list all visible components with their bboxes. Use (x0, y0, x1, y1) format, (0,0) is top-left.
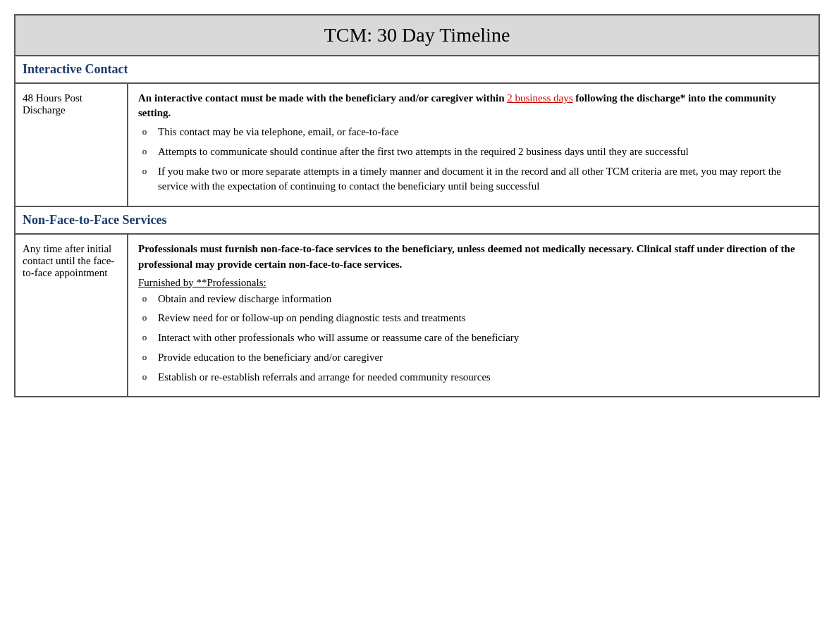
interactive-contact-intro: An interactive contact must be made with… (138, 91, 809, 120)
page-wrapper: TCM: 30 Day Timeline Interactive Contact… (0, 0, 834, 411)
bullet-text-1: This contact may be via telephone, email… (158, 125, 809, 140)
furnished-label: Furnished by **Professionals: (138, 277, 809, 289)
nff-bullet-text-5: Establish or re-establish referrals and … (158, 370, 809, 385)
hours-post-discharge-label: 48 Hours Post Discharge (15, 83, 128, 206)
nff-bullet-icon-1: o (138, 292, 151, 306)
page-title: TCM: 30 Day Timeline (15, 15, 819, 56)
interactive-contact-content-row: 48 Hours Post Discharge An interactive c… (15, 83, 819, 206)
nff-header-row: Non-Face-to-Face Services (15, 206, 819, 234)
list-item: o This contact may be via telephone, ema… (138, 125, 809, 140)
list-item: o Interact with other professionals who … (138, 330, 809, 346)
main-table: TCM: 30 Day Timeline Interactive Contact… (14, 14, 820, 397)
interactive-contact-content: An interactive contact must be made with… (128, 83, 819, 206)
bullet-text-3: If you make two or more separate attempt… (158, 164, 809, 195)
list-item: o Obtain and review discharge informatio… (138, 292, 809, 307)
list-item: o Provide education to the beneficiary a… (138, 350, 809, 366)
bullet-icon-2: o (138, 144, 151, 159)
bullet-icon-1: o (138, 125, 151, 139)
interactive-contact-header-row: Interactive Contact (15, 56, 819, 83)
bullet-text-2: Attempts to communicate should continue … (158, 144, 809, 160)
list-item: o Review need for or follow-up on pendin… (138, 311, 809, 326)
business-days-link: 2 business days (507, 92, 572, 104)
interactive-contact-header: Interactive Contact (15, 56, 819, 83)
nff-bullet-icon-3: o (138, 330, 151, 345)
nff-bullet-icon-5: o (138, 370, 151, 384)
nff-bullets: o Obtain and review discharge informatio… (138, 292, 809, 385)
nff-content: Professionals must furnish non-face-to-f… (128, 234, 819, 397)
title-row: TCM: 30 Day Timeline (15, 15, 819, 56)
nff-bullet-text-1: Obtain and review discharge information (158, 292, 809, 307)
list-item: o Establish or re-establish referrals an… (138, 370, 809, 385)
nff-bullet-text-4: Provide education to the beneficiary and… (158, 350, 809, 366)
nff-content-row: Any time after initial contact until the… (15, 234, 819, 397)
list-item: o Attempts to communicate should continu… (138, 144, 809, 160)
interactive-contact-bullets: o This contact may be via telephone, ema… (138, 125, 809, 194)
nff-bullet-text-2: Review need for or follow-up on pending … (158, 311, 809, 326)
nff-header: Non-Face-to-Face Services (15, 206, 819, 234)
nff-bullet-icon-4: o (138, 350, 151, 364)
nff-bullet-icon-2: o (138, 311, 151, 325)
list-item: o If you make two or more separate attem… (138, 164, 809, 195)
bullet-icon-3: o (138, 164, 151, 178)
intro-before-link: An interactive contact must be made with… (138, 92, 507, 104)
nff-intro-text: Professionals must furnish non-face-to-f… (138, 242, 809, 273)
nff-bullet-text-3: Interact with other professionals who wi… (158, 330, 809, 346)
anytime-label: Any time after initial contact until the… (15, 234, 128, 397)
